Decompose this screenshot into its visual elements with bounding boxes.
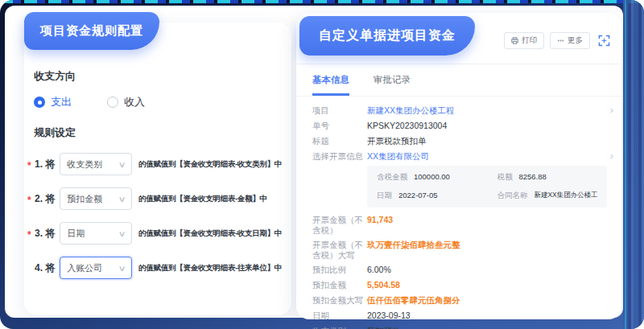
field-label: 收支类别 (312, 325, 367, 329)
pair-value: 100000.00 (414, 172, 450, 183)
direction-label: 收支方向 (34, 69, 287, 84)
chevron-down-icon: ∨ (118, 264, 126, 273)
rule-suffix: 的值赋值到【资金收支明细表-金额】中 (138, 194, 266, 204)
rule-row-3: * 3. 将 日期 ∨ 的值赋值到【资金收支明细表-收支日期】中 (27, 222, 287, 245)
rules-label: 规则设定 (34, 125, 287, 140)
printer-icon (511, 37, 518, 44)
field-label: 日期 (312, 310, 367, 321)
field-label: 开票金额（不含税） (312, 214, 367, 235)
document-detail-panel: 自定义单据进项目资金 打印 更多 基本信息 审批记录 项目 (296, 13, 621, 319)
rule-row-2: * 2. 将 预扣金额 ∨ 的值赋值到【资金收支明细表-金额】中 (27, 187, 287, 210)
rule-field-select-3[interactable]: 日期 ∨ (60, 222, 132, 245)
required-asterisk: * (27, 227, 35, 241)
ellipsis-icon (557, 37, 564, 44)
top-accent-line (0, 0, 644, 3)
field-label: 标题 (312, 135, 367, 146)
pair-label: 合同名称 (497, 191, 527, 201)
field-label: 项目 (312, 105, 367, 116)
rule-field-select-2[interactable]: 预扣金额 ∨ (60, 187, 132, 210)
field-label: 开票金额（不含税）大写 (312, 239, 367, 260)
chevron-down-icon: ∨ (118, 160, 126, 169)
field-value: 2023-09-13 (367, 310, 411, 321)
rule-suffix: 的值赋值到【资金收支明细表-收支日期】中 (138, 228, 282, 239)
invoice-tax-incl: 含税金额 100000.00 (377, 172, 497, 183)
select-value: 日期 (67, 228, 85, 240)
required-asterisk: * (27, 192, 35, 206)
more-button-label: 更多 (568, 35, 583, 46)
field-withhold-ratio: 预扣比例 6.00% (312, 264, 607, 275)
rule-suffix: 的值赋值到【资金收支明细表-收支类别】中 (138, 159, 282, 170)
more-button[interactable]: 更多 (550, 32, 590, 49)
radio-unselected-icon[interactable] (107, 97, 118, 108)
pair-value: 新建XX集团办公楼工程施工总承包合同 (534, 191, 597, 201)
radio-income[interactable]: 收入 (107, 95, 145, 109)
rule-suffix: 的值赋值到【资金收支明细表-往来单位】中 (138, 263, 282, 273)
select-value: 入账公司 (67, 262, 102, 274)
field-value: 91,743 (367, 214, 393, 225)
rule-row-4: 4. 将 入账公司 ∨ 的值赋值到【资金收支明细表-往来单位】中 (27, 257, 287, 279)
field-value: 5,504.58 (367, 279, 400, 290)
print-button[interactable]: 打印 (504, 32, 544, 49)
field-label: 预扣金额 (312, 279, 367, 290)
field-project: 项目 新建XX集团办公楼工程 › (312, 105, 607, 116)
toolbar: 打印 更多 (504, 32, 610, 49)
chevron-right-icon[interactable]: › (610, 105, 613, 115)
invoice-company-link[interactable]: XX集团有限公司 (367, 150, 429, 162)
field-label: 选择开票信息 (312, 150, 367, 162)
tab-bar: 基本信息 审批记录 (296, 64, 621, 97)
pair-value: 2022-07-05 (398, 191, 438, 201)
field-date: 日期 2023-09-13 (312, 310, 607, 321)
direction-radio-group: 支出 收入 (34, 95, 287, 109)
rule-field-select-1[interactable]: 收支类别 ∨ (60, 153, 132, 175)
radio-expense[interactable]: 支出 (34, 95, 72, 109)
expand-icon (598, 35, 610, 47)
select-value: 收支类别 (67, 158, 102, 171)
radio-income-label: 收入 (124, 95, 145, 109)
decorative-frame: 项目资金规则配置 收支方向 支出 收入 规则设定 * 1. 将 收支类别 ∨ (0, 0, 644, 329)
chevron-down-icon: ∨ (118, 195, 126, 204)
tab-approval-record[interactable]: 审批记录 (374, 74, 411, 96)
fullscreen-button[interactable] (598, 35, 610, 47)
field-value: 6.00% (367, 264, 391, 275)
field-value: 开票税款预扣单 (367, 135, 427, 146)
field-withhold-amount: 预扣金额 5,504.58 (312, 279, 607, 290)
field-withhold-amount-caps: 预扣金额大写 伍仟伍佰零肆元伍角捌分 (312, 294, 607, 306)
right-panel-title: 自定义单据进项目资金 (299, 16, 475, 56)
field-category: 收支类别 预扣税款 (312, 325, 607, 329)
field-doc-number: 单号 KPSKY20230913004 (312, 120, 607, 131)
invoice-detail-box: 含税金额 100000.00 税额 8256.88 日期 2022-07-05 … (367, 166, 607, 208)
invoice-tax: 税额 8256.88 (497, 172, 597, 183)
radio-expense-label: 支出 (51, 95, 72, 109)
field-value: 预扣税款 (367, 325, 401, 329)
rule-number: 4. 将 (35, 261, 55, 275)
print-button-label: 打印 (522, 35, 537, 46)
chevron-right-icon[interactable]: › (610, 150, 613, 161)
invoice-date: 日期 2022-07-05 (377, 191, 497, 201)
rule-config-panel: 项目资金规则配置 收支方向 支出 收入 规则设定 * 1. 将 收支类别 ∨ (24, 23, 291, 315)
right-accent-stripes (623, 0, 644, 329)
field-label: 单号 (312, 120, 367, 131)
field-value: 伍仟伍佰零肆元伍角捌分 (367, 294, 460, 306)
tab-basic-info[interactable]: 基本信息 (312, 74, 349, 96)
rule-field-select-4[interactable]: 入账公司 ∨ (60, 257, 132, 279)
pair-label: 含税金额 (377, 172, 407, 183)
field-net-amount-caps: 开票金额（不含税）大写 玖万壹仟柒佰肆拾叁元整 (312, 239, 607, 260)
asterisk-placeholder (27, 267, 35, 269)
invoice-contract: 合同名称 新建XX集团办公楼工程施工总承包合同 (497, 191, 597, 201)
field-title: 标题 开票税款预扣单 (312, 135, 607, 146)
radio-selected-icon[interactable] (34, 97, 45, 108)
chevron-down-icon: ∨ (118, 229, 126, 238)
rule-number: 3. 将 (35, 227, 55, 241)
required-asterisk: * (27, 158, 35, 171)
pair-label: 税额 (497, 172, 512, 183)
pair-value: 8256.88 (518, 172, 546, 183)
field-label: 预扣比例 (312, 264, 367, 275)
document-header: 自定义单据进项目资金 打印 更多 (296, 13, 621, 64)
rule-number: 2. 将 (35, 192, 55, 206)
field-invoice-info: 选择开票信息 XX集团有限公司 › (312, 150, 607, 162)
field-label: 预扣金额大写 (312, 294, 367, 306)
pair-label: 日期 (377, 191, 392, 201)
select-value: 预扣金额 (67, 193, 102, 205)
rule-row-1: * 1. 将 收支类别 ∨ 的值赋值到【资金收支明细表-收支类别】中 (27, 153, 287, 175)
project-link[interactable]: 新建XX集团办公楼工程 (367, 105, 455, 116)
